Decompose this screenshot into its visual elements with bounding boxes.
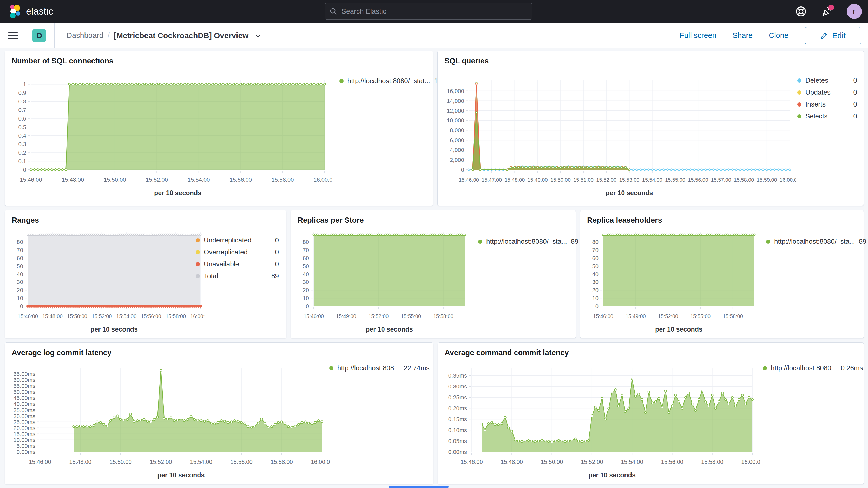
svg-text:60: 60	[303, 255, 309, 262]
svg-text:16:00:00: 16:00:00	[313, 177, 332, 183]
horizontal-scrollbar-thumb[interactable]	[389, 486, 448, 488]
svg-text:6,000: 6,000	[450, 137, 464, 144]
legend-item[interactable]: Selects0	[797, 112, 857, 120]
legend-item[interactable]: http://localhost:8080/_sta...89	[766, 238, 857, 246]
full-screen-link[interactable]: Full screen	[680, 31, 716, 40]
svg-text:0: 0	[20, 303, 23, 309]
search-icon	[330, 7, 337, 15]
edit-button-label: Edit	[832, 31, 846, 40]
menu-button[interactable]	[8, 32, 18, 39]
badge-letter: D	[36, 31, 42, 40]
dashboard-badge[interactable]: D	[32, 29, 46, 42]
help-icon[interactable]	[795, 5, 807, 18]
legend-swatch	[196, 250, 200, 254]
svg-text:10.00ms: 10.00ms	[13, 437, 35, 443]
sql-queries-chart[interactable]: 15:46:0015:47:0015:48:0015:49:0015:50:00…	[440, 70, 796, 201]
svg-text:15:50:00: 15:50:00	[110, 459, 132, 465]
news-icon[interactable]	[821, 5, 833, 18]
legend-item[interactable]: Overreplicated0	[196, 248, 279, 256]
svg-text:15:48:00: 15:48:00	[69, 459, 91, 465]
svg-text:15:56:00: 15:56:00	[661, 459, 683, 465]
svg-text:15:54:00: 15:54:00	[621, 459, 643, 465]
svg-text:0.3: 0.3	[18, 141, 26, 147]
svg-text:20: 20	[303, 287, 309, 293]
legend-item[interactable]: Underreplicated0	[196, 236, 279, 244]
svg-text:15:55:00: 15:55:00	[690, 313, 711, 319]
replicas-per-store-chart[interactable]: 15:46:0015:49:0015:52:0015:55:0015:58:00…	[293, 224, 475, 335]
legend-value: 22.74ms	[404, 364, 430, 372]
legend-label: http://localhost:8080/_stat...	[347, 77, 430, 85]
legend-item[interactable]: http://localhost:8080...0.26ms	[763, 364, 856, 372]
legend-item[interactable]: http://localhost:8080/_sta...89	[478, 238, 569, 246]
svg-text:60.00ms: 60.00ms	[13, 377, 35, 383]
avg-command-commit-latency-chart[interactable]: 15:46:0015:48:0015:50:0015:52:0015:54:00…	[440, 359, 760, 482]
global-search[interactable]	[324, 3, 532, 20]
svg-text:15:55:00: 15:55:00	[665, 177, 685, 183]
svg-text:15:51:00: 15:51:00	[573, 177, 594, 183]
panel-ranges: Ranges 15:46:0015:48:0015:50:0015:52:001…	[5, 210, 286, 338]
panel-title: SQL queries	[438, 51, 864, 65]
elastic-logo-icon	[7, 4, 22, 19]
legend-value: 0	[275, 248, 279, 256]
svg-text:15:58:00: 15:58:00	[734, 177, 754, 183]
dashboard-grid: Number of SQL connections 15:46:0015:48:…	[0, 48, 868, 488]
svg-text:0.6: 0.6	[18, 115, 26, 122]
panel-sql-queries: SQL queries 15:46:0015:47:0015:48:0015:4…	[437, 51, 864, 206]
search-input[interactable]	[341, 7, 519, 16]
legend-item[interactable]: Total89	[196, 272, 279, 280]
legend-value: 0	[854, 77, 857, 85]
svg-text:16:00:00: 16:00:00	[311, 459, 330, 465]
edit-button[interactable]: Edit	[805, 27, 861, 44]
svg-text:80: 80	[17, 239, 23, 245]
svg-text:0.20ms: 0.20ms	[448, 405, 467, 411]
legend-item[interactable]: Updates0	[797, 88, 857, 96]
svg-text:70: 70	[303, 247, 309, 253]
svg-text:14,000: 14,000	[447, 98, 464, 104]
legend-item[interactable]: Inserts0	[797, 100, 857, 109]
svg-text:30: 30	[592, 279, 598, 285]
svg-text:10: 10	[17, 295, 23, 301]
svg-text:0: 0	[23, 166, 26, 173]
user-avatar[interactable]: r	[847, 4, 862, 19]
svg-text:40: 40	[303, 271, 309, 277]
svg-text:0.35ms: 0.35ms	[448, 372, 467, 379]
page-title: [Metricbeat CockroachDB] Overview	[114, 31, 249, 40]
legend-swatch	[196, 274, 200, 278]
svg-text:per 10 seconds: per 10 seconds	[588, 471, 636, 479]
clone-link[interactable]: Clone	[769, 31, 788, 40]
replicas-per-store-legend: http://localhost:8080/_sta...89	[478, 238, 569, 246]
ranges-chart[interactable]: 15:46:0015:48:0015:50:0015:52:0015:54:00…	[7, 224, 205, 335]
svg-text:15:55:00: 15:55:00	[401, 313, 421, 319]
legend-value: 89	[859, 238, 866, 246]
svg-text:0: 0	[306, 303, 309, 309]
share-link[interactable]: Share	[733, 31, 753, 40]
svg-text:0: 0	[461, 166, 464, 173]
svg-text:15:49:00: 15:49:00	[528, 177, 548, 183]
sql-connections-chart[interactable]: 15:46:0015:48:0015:50:0015:52:0015:54:00…	[7, 70, 332, 201]
breadcrumb-dashboard-link[interactable]: Dashboard	[66, 31, 103, 40]
legend-swatch	[339, 79, 344, 83]
elastic-logo[interactable]: elastic	[7, 4, 54, 19]
panel-title: Number of SQL connections	[5, 51, 433, 65]
legend-item[interactable]: Unavailable0	[196, 260, 279, 268]
avg-log-commit-latency-chart[interactable]: 15:46:0015:48:0015:50:0015:52:0015:54:00…	[7, 359, 330, 482]
panel-title: Replicas per Store	[291, 210, 576, 224]
divider	[26, 23, 26, 48]
legend-item[interactable]: http://localhost:8080/_stat...1	[339, 77, 425, 85]
title-chevron-down-icon[interactable]	[254, 32, 262, 39]
svg-text:15:46:00: 15:46:00	[593, 313, 613, 319]
svg-text:0.00ms: 0.00ms	[17, 449, 35, 455]
legend-label: Unavailable	[204, 260, 239, 268]
avg-command-commit-latency-legend: http://localhost:8080...0.26ms	[763, 364, 856, 372]
svg-text:0.7: 0.7	[18, 107, 26, 113]
svg-text:20: 20	[592, 287, 598, 293]
svg-text:15:54:00: 15:54:00	[116, 313, 136, 319]
legend-item[interactable]: Deletes0	[797, 77, 857, 85]
panel-replica-leaseholders: Replica leaseholders 15:46:0015:49:0015:…	[580, 210, 864, 338]
svg-text:0.25ms: 0.25ms	[448, 394, 467, 401]
svg-text:0.2: 0.2	[18, 149, 26, 156]
replica-leaseholders-chart[interactable]: 15:46:0015:49:0015:52:0015:55:0015:58:00…	[583, 224, 765, 335]
legend-value: 0	[854, 88, 857, 96]
svg-text:8,000: 8,000	[450, 127, 464, 133]
legend-item[interactable]: http://localhost:808...22.74ms	[329, 364, 426, 372]
